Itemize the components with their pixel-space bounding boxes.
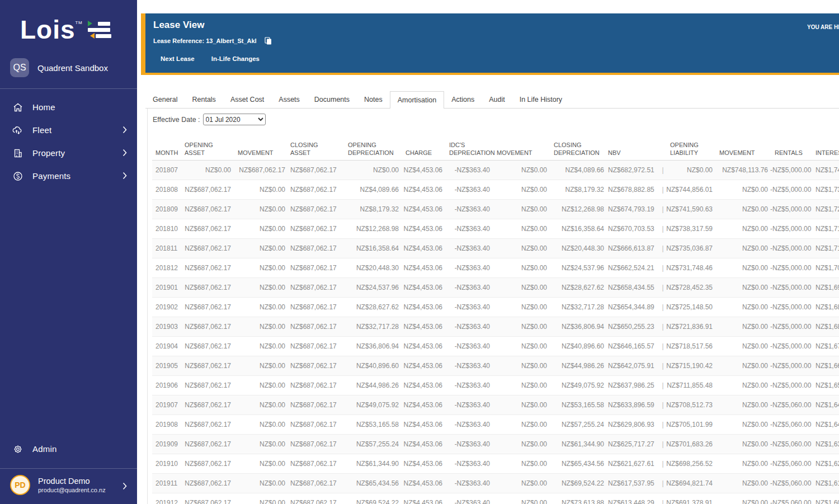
value-cell: NZ$28,627.62	[549, 284, 606, 291]
value-cell: NZ$20,448.30	[343, 264, 401, 272]
table-row: 201906NZ$687,062.17NZ$0.00NZ$687,062.17N…	[152, 376, 839, 395]
workspace-selector[interactable]: QS Quadrent Sandbox	[0, 53, 137, 88]
month-cell: 201903	[152, 323, 180, 331]
value-cell: NZ$0.00	[492, 440, 549, 448]
value-cell: NZ$621,627.61	[606, 460, 660, 468]
tab-amortisation[interactable]: Amortisation	[390, 91, 444, 109]
value-cell: NZ$1,64	[812, 421, 839, 428]
value-cell: NZ$687,062.17	[180, 440, 233, 448]
tab-actions[interactable]: Actions	[444, 91, 482, 108]
next-lease-button[interactable]: Next Lease	[161, 55, 195, 62]
value-cell: NZ$40,896.60	[549, 342, 606, 350]
tab-notes[interactable]: Notes	[357, 91, 390, 108]
value-cell: NZ$0.00	[492, 421, 549, 428]
payments-dollar-icon	[12, 171, 23, 181]
value-cell: NZ$0.00	[233, 225, 287, 233]
value-cell: NZ$0.00	[233, 362, 287, 370]
column-header	[660, 157, 666, 160]
value-cell: NZ$49,075.92	[549, 381, 606, 389]
separator-cell: |	[660, 303, 666, 311]
column-header: OPENINGASSET	[180, 141, 233, 160]
value-cell: -NZ$363.40	[445, 244, 492, 252]
value-cell: NZ$715,190.42	[666, 362, 715, 370]
sidebar-item-fleet[interactable]: Fleet	[0, 119, 137, 142]
chevron-right-icon	[122, 482, 127, 490]
tab-general[interactable]: General	[145, 91, 185, 108]
value-cell: NZ$735,036.87	[666, 244, 715, 252]
value-cell: NZ$0.00	[715, 264, 770, 272]
sidebar-item-payments[interactable]: Payments	[0, 164, 137, 187]
value-cell: NZ$738,317.59	[666, 225, 715, 233]
value-cell: NZ$674,793.19	[606, 205, 660, 213]
value-cell: NZ$0.00	[233, 186, 287, 194]
effective-date-select[interactable]: 01 Jul 2020	[203, 114, 266, 125]
value-cell: NZ$705,101.99	[666, 421, 715, 428]
value-cell: NZ$691,378.91	[666, 499, 715, 504]
sidebar-item-admin[interactable]: Admin	[0, 437, 137, 460]
month-cell: 201910	[152, 460, 180, 468]
value-cell: -NZ$363.40	[445, 166, 492, 174]
value-cell: NZ$0.00	[492, 225, 549, 233]
logo-trademark: TM	[76, 20, 83, 25]
value-cell: NZ$711,855.48	[666, 381, 715, 389]
column-header: IDC'SDEPRECIATION	[445, 141, 492, 160]
value-cell: NZ$708,512.73	[666, 401, 715, 409]
copy-icon[interactable]	[265, 37, 272, 45]
sidebar-item-property[interactable]: Property	[0, 142, 137, 164]
column-header: CLOSINGDEPRECIATION	[549, 141, 606, 160]
value-cell: NZ$1,61	[812, 479, 839, 487]
value-cell: -NZ$5,000.00	[770, 244, 812, 252]
in-life-changes-button[interactable]: In-Life Changes	[211, 55, 260, 62]
user-menu[interactable]: PD Product Demo product@quadrent.co.nz	[0, 469, 137, 504]
value-cell: NZ$0.00	[715, 303, 770, 311]
value-cell: NZ$0.00	[715, 460, 770, 468]
value-cell: NZ$0.00	[233, 244, 287, 252]
table-header-row: MONTHOPENINGASSETMOVEMENTCLOSINGASSETOPE…	[152, 136, 839, 161]
month-cell: 201902	[152, 303, 180, 311]
value-cell: NZ$687,062.17	[287, 362, 343, 370]
value-cell: NZ$0.00	[233, 381, 287, 389]
month-cell: 201908	[152, 421, 180, 428]
value-cell: NZ$57,255.24	[549, 421, 606, 428]
value-cell: NZ$687,062.17	[180, 244, 233, 252]
value-cell: -NZ$363.40	[445, 205, 492, 213]
value-cell: NZ$687,062.17	[180, 225, 233, 233]
value-cell: NZ$725,148.50	[666, 303, 715, 311]
tab-documents[interactable]: Documents	[307, 91, 357, 108]
value-cell: -NZ$5,060.00	[770, 401, 812, 409]
value-cell: NZ$4,453.06	[401, 381, 445, 389]
value-cell: NZ$4,453.06	[401, 244, 445, 252]
separator-cell: |	[660, 205, 666, 213]
value-cell: NZ$1,72	[812, 205, 839, 213]
tab-asset-cost[interactable]: Asset Cost	[223, 91, 271, 108]
tab-rentals[interactable]: Rentals	[185, 91, 223, 108]
lease-reference-label: Lease Reference:	[153, 37, 204, 44]
value-cell: NZ$687,062.17	[287, 401, 343, 409]
value-cell: NZ$1,68	[812, 303, 839, 311]
value-cell: NZ$0.00	[715, 244, 770, 252]
value-cell: NZ$0.00	[492, 401, 549, 409]
value-cell: NZ$721,836.91	[666, 323, 715, 331]
value-cell: NZ$687,062.17	[180, 342, 233, 350]
value-cell: NZ$61,344.90	[549, 440, 606, 448]
column-header: CHARGE	[401, 149, 445, 160]
value-cell: -NZ$363.40	[445, 499, 492, 504]
value-cell: NZ$32,717.28	[549, 303, 606, 311]
value-cell: NZ$0.00	[715, 205, 770, 213]
sidebar-item-home[interactable]: Home	[0, 96, 137, 119]
value-cell: -NZ$5,000.00	[770, 303, 812, 311]
value-cell: NZ$20,448.30	[549, 244, 606, 252]
table-row: 201808NZ$687,062.17NZ$0.00NZ$687,062.17N…	[152, 180, 839, 200]
value-cell: NZ$49,075.92	[343, 401, 401, 409]
tab-in-life-history[interactable]: In Life History	[512, 91, 569, 108]
value-cell: NZ$654,344.89	[606, 303, 660, 311]
tab-assets[interactable]: Assets	[271, 91, 307, 108]
value-cell: NZ$0.00	[666, 166, 715, 174]
tab-audit[interactable]: Audit	[482, 91, 512, 108]
value-cell: NZ$687,062.17	[287, 264, 343, 272]
value-cell: NZ$0.00	[233, 205, 287, 213]
table-row: 201903NZ$687,062.17NZ$0.00NZ$687,062.17N…	[152, 317, 839, 337]
value-cell: NZ$687,062.17	[180, 499, 233, 504]
value-cell: -NZ$363.40	[445, 440, 492, 448]
value-cell: NZ$4,089.66	[343, 186, 401, 194]
